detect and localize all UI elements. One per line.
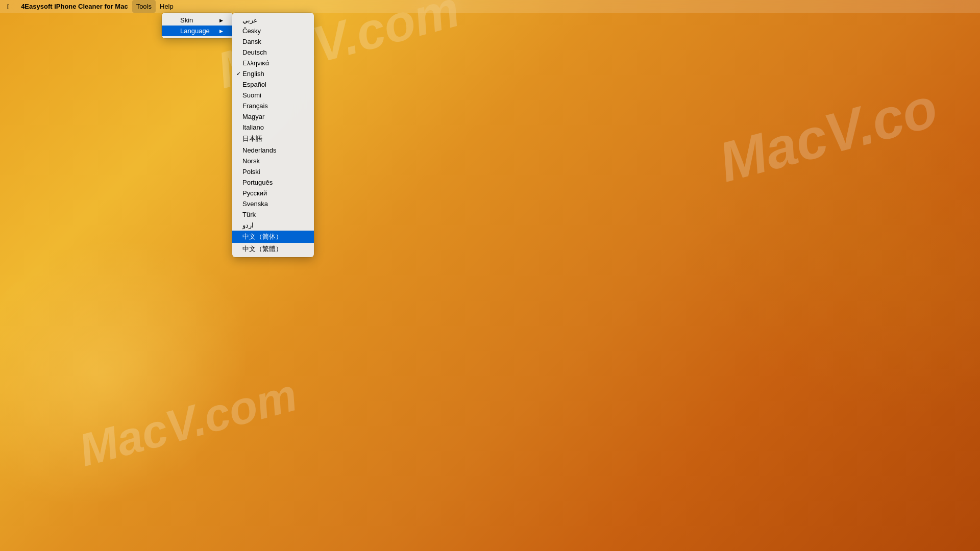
lang-portugues[interactable]: Português bbox=[232, 177, 314, 188]
chinese-simplified-check bbox=[234, 234, 242, 240]
apple-menu-item[interactable]:  bbox=[4, 0, 13, 13]
svenska-label: Svenska bbox=[242, 200, 304, 208]
greek-label: Ελληνικά bbox=[242, 59, 304, 67]
espanol-check bbox=[234, 82, 242, 88]
lang-urdu[interactable]: اردو bbox=[232, 220, 314, 231]
lang-chinese-simplified[interactable]: 中文（简体） bbox=[232, 231, 314, 243]
portugues-check bbox=[234, 180, 242, 186]
turk-check bbox=[234, 212, 242, 218]
menubar-tools[interactable]: Tools bbox=[132, 0, 156, 13]
lang-english[interactable]: ✓ English bbox=[232, 68, 314, 79]
italiano-check bbox=[234, 124, 242, 131]
portugues-label: Português bbox=[242, 179, 304, 186]
nederlands-label: Nederlands bbox=[242, 146, 304, 154]
menu-item-language[interactable]: Language bbox=[162, 26, 233, 36]
norsk-label: Norsk bbox=[242, 157, 304, 165]
english-label: English bbox=[242, 70, 304, 78]
desktop-background: MacV.com MacV.com MacV.co bbox=[0, 0, 980, 551]
menubar-help[interactable]: Help bbox=[156, 0, 178, 13]
arabic-check bbox=[234, 17, 242, 23]
tools-menu-dropdown: Skin Language bbox=[162, 13, 233, 38]
menubar:  4Easysoft iPhone Cleaner for Mac Tools… bbox=[0, 0, 980, 13]
language-check bbox=[172, 28, 180, 34]
cesky-label: Česky bbox=[242, 27, 304, 35]
lang-deutsch[interactable]: Deutsch bbox=[232, 47, 314, 58]
chinese-traditional-label: 中文（繁體） bbox=[242, 244, 304, 254]
russian-check bbox=[234, 190, 242, 196]
suomi-check bbox=[234, 92, 242, 98]
polski-label: Polski bbox=[242, 168, 304, 176]
japanese-check bbox=[234, 136, 242, 142]
magyar-label: Magyar bbox=[242, 113, 304, 120]
lang-polski[interactable]: Polski bbox=[232, 166, 314, 177]
lang-greek[interactable]: Ελληνικά bbox=[232, 58, 314, 68]
urdu-check bbox=[234, 222, 242, 229]
skin-label: Skin bbox=[180, 16, 214, 24]
francais-label: Français bbox=[242, 102, 304, 110]
lang-espanol[interactable]: Español bbox=[232, 79, 314, 90]
lang-arabic[interactable]: عربي bbox=[232, 15, 314, 26]
polski-check bbox=[234, 169, 242, 175]
cesky-check bbox=[234, 28, 242, 34]
lang-dansk[interactable]: Dansk bbox=[232, 36, 314, 47]
urdu-label: اردو bbox=[242, 221, 304, 229]
lang-italiano[interactable]: Italiano bbox=[232, 122, 314, 133]
russian-label: Русский bbox=[242, 189, 304, 197]
magyar-check bbox=[234, 114, 242, 120]
lang-chinese-traditional[interactable]: 中文（繁體） bbox=[232, 243, 314, 255]
lang-cesky[interactable]: Česky bbox=[232, 26, 314, 36]
lang-francais[interactable]: Français bbox=[232, 101, 314, 111]
english-check: ✓ bbox=[234, 70, 242, 77]
lang-suomi[interactable]: Suomi bbox=[232, 90, 314, 101]
arabic-label: عربي bbox=[242, 16, 304, 24]
dansk-check bbox=[234, 39, 242, 45]
greek-check bbox=[234, 60, 242, 66]
lang-nederlands[interactable]: Nederlands bbox=[232, 145, 314, 156]
nederlands-check bbox=[234, 147, 242, 154]
apple-logo-icon:  bbox=[7, 3, 10, 11]
menu-item-skin[interactable]: Skin bbox=[162, 15, 233, 26]
lang-magyar[interactable]: Magyar bbox=[232, 111, 314, 122]
deutsch-label: Deutsch bbox=[242, 48, 304, 56]
svenska-check bbox=[234, 201, 242, 207]
lang-norsk[interactable]: Norsk bbox=[232, 156, 314, 166]
lang-svenska[interactable]: Svenska bbox=[232, 198, 314, 209]
dansk-label: Dansk bbox=[242, 38, 304, 45]
lang-japanese[interactable]: 日本語 bbox=[232, 133, 314, 145]
menubar-app-name[interactable]: 4Easysoft iPhone Cleaner for Mac bbox=[17, 0, 132, 13]
turk-label: Türk bbox=[242, 211, 304, 218]
lang-turk[interactable]: Türk bbox=[232, 209, 314, 220]
language-submenu: عربي Česky Dansk Deutsch Ελληνικά ✓ Engl… bbox=[232, 13, 314, 257]
norsk-check bbox=[234, 158, 242, 164]
suomi-label: Suomi bbox=[242, 91, 304, 99]
lang-russian[interactable]: Русский bbox=[232, 188, 314, 198]
espanol-label: Español bbox=[242, 81, 304, 88]
deutsch-check bbox=[234, 49, 242, 56]
italiano-label: Italiano bbox=[242, 123, 304, 131]
francais-check bbox=[234, 103, 242, 109]
chinese-traditional-check bbox=[234, 246, 242, 252]
chinese-simplified-label: 中文（简体） bbox=[242, 232, 304, 241]
language-label: Language bbox=[180, 27, 214, 35]
japanese-label: 日本語 bbox=[242, 134, 304, 143]
decorative-swirl-right bbox=[634, 41, 980, 468]
skin-check bbox=[172, 17, 180, 23]
